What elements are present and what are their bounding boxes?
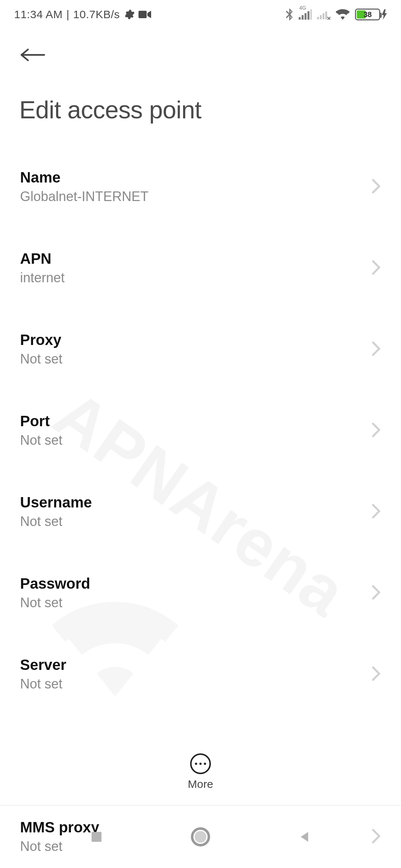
bottom-action-bar: More — [0, 739, 401, 806]
setting-item-title: APN — [20, 250, 65, 267]
setting-item-server[interactable]: ServerNot set — [0, 643, 401, 705]
setting-item-title: Password — [20, 575, 90, 592]
setting-item-text: ServerNot set — [20, 657, 66, 692]
chevron-right-icon — [371, 666, 381, 683]
svg-rect-3 — [304, 13, 306, 20]
setting-item-value: Not set — [20, 433, 62, 448]
svg-rect-7 — [320, 15, 322, 19]
bluetooth-icon — [285, 8, 293, 21]
nav-recent-button[interactable] — [74, 815, 119, 859]
setting-item-title: Name — [20, 169, 149, 186]
battery-icon: 38 — [355, 9, 387, 20]
setting-item-apn[interactable]: APNinternet — [0, 237, 401, 299]
chevron-right-icon — [371, 422, 381, 439]
svg-rect-1 — [299, 17, 301, 20]
setting-item-value: Not set — [20, 595, 90, 611]
wifi-icon — [336, 9, 350, 20]
svg-rect-8 — [323, 13, 325, 19]
cell-signal-sim2-icon — [317, 9, 330, 20]
svg-rect-0 — [138, 11, 147, 18]
nav-back-button[interactable] — [282, 815, 327, 859]
svg-rect-9 — [325, 11, 327, 19]
nav-home-button[interactable] — [178, 815, 223, 859]
status-time: 11:34 AM — [14, 8, 63, 21]
battery-percent: 38 — [356, 10, 379, 19]
setting-item-text: UsernameNot set — [20, 494, 92, 529]
status-bar: 11:34 AM | 10.7KB/s 4G 38 — [0, 0, 401, 29]
setting-item-proxy[interactable]: ProxyNot set — [0, 318, 401, 380]
setting-item-username[interactable]: UsernameNot set — [0, 481, 401, 543]
setting-item-text: PasswordNot set — [20, 575, 90, 611]
svg-rect-6 — [317, 17, 319, 20]
setting-item-text: ProxyNot set — [20, 332, 62, 367]
svg-rect-11 — [92, 832, 102, 842]
status-right: 4G 38 — [285, 8, 387, 21]
camera-video-icon — [138, 10, 151, 19]
setting-item-text: PortNot set — [20, 413, 62, 448]
chevron-right-icon — [371, 260, 381, 277]
setting-item-value: Not set — [20, 676, 66, 692]
setting-item-title: Port — [20, 413, 62, 430]
setting-item-value: internet — [20, 270, 65, 286]
setting-item-text: NameGlobalnet-INTERNET — [20, 169, 149, 204]
cell-4g-label: 4G — [299, 5, 306, 11]
chevron-right-icon — [371, 503, 381, 520]
setting-item-title: Proxy — [20, 332, 62, 348]
chevron-right-icon — [371, 178, 381, 195]
square-icon — [89, 829, 104, 844]
setting-item-value: Not set — [20, 351, 62, 367]
system-nav-bar — [0, 806, 401, 868]
charging-bolt-icon — [382, 9, 387, 20]
more-label: More — [188, 778, 213, 790]
more-button[interactable] — [190, 753, 211, 774]
status-net-speed: 10.7KB/s — [73, 8, 120, 21]
page-title: Edit access point — [19, 96, 382, 124]
chevron-right-icon — [371, 585, 381, 602]
chevron-right-icon — [371, 341, 381, 358]
header: Edit access point — [0, 29, 401, 124]
status-left: 11:34 AM | 10.7KB/s — [14, 8, 151, 21]
status-separator: | — [66, 8, 69, 21]
setting-item-port[interactable]: PortNot set — [0, 400, 401, 461]
setting-item-title: Server — [20, 657, 66, 673]
svg-rect-4 — [307, 11, 309, 20]
setting-item-password[interactable]: PasswordNot set — [0, 562, 401, 624]
triangle-left-icon — [297, 829, 312, 845]
svg-point-13 — [195, 831, 206, 843]
setting-item-value: Not set — [20, 514, 92, 529]
arrow-left-icon — [19, 47, 45, 63]
more-dots-icon — [195, 763, 197, 765]
setting-item-name[interactable]: NameGlobalnet-INTERNET — [0, 156, 401, 218]
setting-item-title: Username — [20, 494, 92, 511]
cell-signal-sim1-icon: 4G — [299, 9, 312, 20]
setting-item-text: APNinternet — [20, 250, 65, 286]
circle-icon — [190, 827, 211, 847]
svg-rect-2 — [301, 15, 303, 20]
setting-item-value: Globalnet-INTERNET — [20, 189, 149, 204]
back-button[interactable] — [19, 40, 49, 70]
svg-rect-5 — [310, 9, 312, 20]
settings-gear-icon — [124, 9, 135, 20]
